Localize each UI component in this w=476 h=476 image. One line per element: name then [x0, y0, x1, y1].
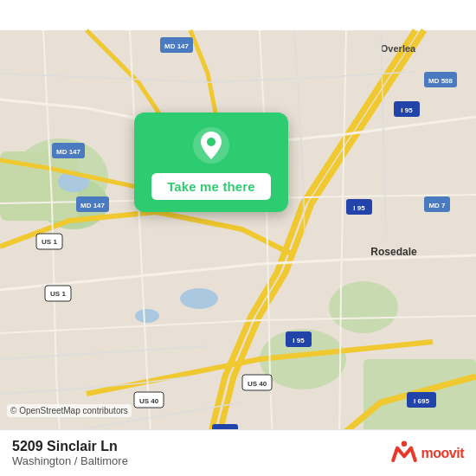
- svg-point-43: [401, 441, 406, 446]
- city-line: Washington / Baltimore: [12, 454, 128, 467]
- moovit-icon: [390, 440, 418, 467]
- moovit-logo: moovit: [390, 440, 464, 467]
- svg-text:MD 147: MD 147: [164, 42, 190, 50]
- svg-point-41: [207, 138, 215, 146]
- address-line: 5209 Sinclair Ln: [12, 439, 128, 454]
- svg-text:US 40: US 40: [139, 397, 159, 405]
- popup-card: Take me there: [134, 113, 288, 212]
- svg-text:Rosedale: Rosedale: [370, 246, 417, 258]
- svg-text:I 95: I 95: [401, 106, 413, 114]
- bottom-bar: 5209 Sinclair Ln Washington / Baltimore …: [0, 429, 476, 476]
- osm-credit: © OpenStreetMap contributors: [7, 404, 132, 417]
- moovit-text: moovit: [421, 446, 464, 461]
- svg-text:US 1: US 1: [42, 238, 57, 246]
- map-container: MD 147 MD 147 MD 147 US 1 US 1 I 95 I 95…: [0, 0, 476, 476]
- address-block: 5209 Sinclair Ln Washington / Baltimore: [12, 439, 128, 467]
- svg-point-6: [135, 309, 159, 323]
- svg-text:Overlea: Overlea: [381, 43, 416, 54]
- svg-text:MD 588: MD 588: [428, 77, 453, 85]
- svg-text:I 95: I 95: [353, 204, 365, 212]
- svg-point-5: [180, 288, 218, 309]
- svg-text:MD 7: MD 7: [428, 202, 446, 209]
- svg-text:I 695: I 695: [414, 397, 429, 405]
- svg-text:US 1: US 1: [50, 290, 66, 298]
- map-pin-icon: [192, 126, 230, 164]
- svg-text:MD 147: MD 147: [80, 202, 106, 209]
- svg-point-7: [329, 281, 398, 333]
- take-me-there-button[interactable]: Take me there: [151, 173, 271, 200]
- svg-text:I 95: I 95: [293, 337, 305, 344]
- svg-text:MD 147: MD 147: [56, 148, 81, 156]
- svg-text:US 40: US 40: [248, 380, 267, 388]
